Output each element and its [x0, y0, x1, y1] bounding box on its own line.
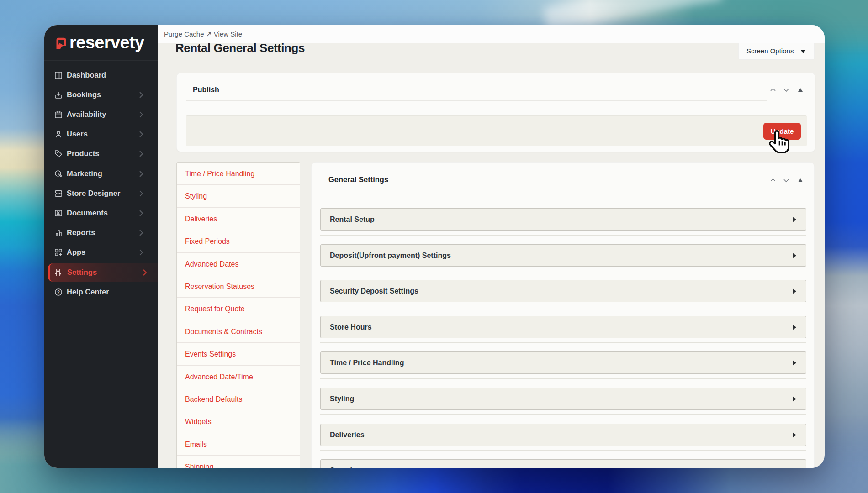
- svg-text:?: ?: [57, 290, 60, 295]
